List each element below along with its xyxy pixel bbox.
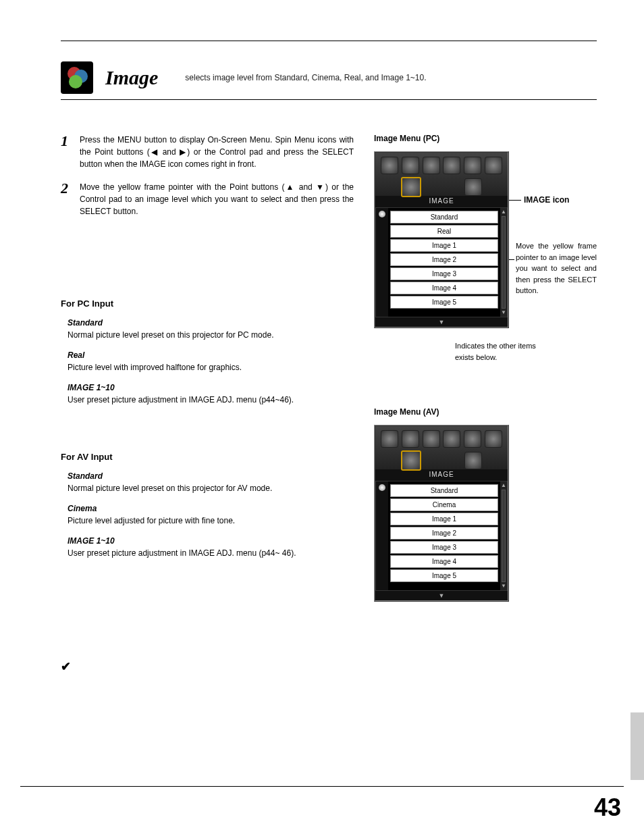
menu-pc-heading: Image Menu (PC) (374, 134, 597, 143)
osd-label: IMAGE (375, 469, 508, 481)
menu-icon (423, 157, 440, 174)
menu-icon (464, 157, 481, 174)
image-menu-icon[interactable] (401, 177, 421, 197)
menu-icon (381, 430, 398, 448)
osd-item-standard[interactable]: Standard (390, 211, 498, 224)
menu-icon (381, 157, 398, 174)
def-term-real: Real (68, 350, 354, 360)
osd-item-image1[interactable]: Image 1 (390, 239, 498, 252)
image-logo-icon (61, 61, 93, 94)
osd-menu-pc: IMAGE Standard Real Image 1 Image 2 Imag… (374, 151, 509, 328)
osd-item-image5[interactable]: Image 5 (390, 296, 498, 309)
osd-item-image2[interactable]: Image 2 (390, 527, 498, 540)
more-below-icon: ▼ (375, 317, 508, 327)
indicator-note: Indicates the other items exists below. (455, 340, 556, 363)
menu-av-heading: Image Menu (AV) (374, 407, 597, 417)
more-below-icon: ▼ (375, 591, 508, 600)
menu-icon (402, 430, 419, 448)
side-tab (630, 712, 644, 780)
osd-item-real[interactable]: Real (390, 225, 498, 238)
callout-image-icon: IMAGE icon (524, 195, 569, 205)
def-term-standard: Standard (68, 318, 354, 328)
callout-yellow-frame: Move the yellow frame pointer to an imag… (516, 240, 597, 296)
selection-dot-icon (379, 484, 385, 491)
menu-icon (464, 452, 482, 469)
def-body: Normal picture level preset on this proj… (68, 330, 354, 340)
osd-item-cinema[interactable]: Cinema (390, 498, 498, 511)
scroll-down-icon[interactable]: ▼ (501, 583, 506, 589)
osd-item-image3[interactable]: Image 3 (390, 541, 498, 554)
page-title: Image (105, 66, 158, 89)
osd-label: IMAGE (375, 196, 508, 207)
osd-item-image3[interactable]: Image 3 (390, 267, 498, 280)
step-text: Press the MENU button to display On-Scre… (80, 134, 354, 170)
menu-icon (402, 157, 419, 174)
def-body: User preset picture adjustment in IMAGE … (68, 395, 354, 405)
svg-point-2 (69, 75, 82, 88)
scroll-up-icon[interactable]: ▲ (501, 209, 506, 215)
page-subtitle: selects image level from Standard, Cinem… (185, 73, 426, 82)
menu-icon (443, 430, 460, 448)
image-menu-icon[interactable] (401, 450, 421, 471)
menu-icon (423, 430, 440, 448)
menu-icon (464, 178, 482, 196)
def-term-cinema: Cinema (68, 504, 354, 513)
step-number: 1 (61, 134, 80, 149)
osd-icon-row (375, 426, 508, 469)
step-text: Move the yellow frame pointer with the P… (80, 181, 354, 217)
menu-icon (464, 430, 481, 448)
step-1: 1 Press the MENU button to display On-Sc… (61, 134, 354, 170)
scrollbar[interactable]: ▲ ▼ (500, 208, 507, 317)
def-body: Normal picture level preset on this proj… (68, 484, 354, 493)
osd-icon-row (375, 153, 508, 196)
osd-item-image4[interactable]: Image 4 (390, 555, 498, 568)
scrollbar[interactable]: ▲ ▼ (500, 481, 507, 590)
def-term-image110: IMAGE 1~10 (68, 383, 354, 392)
page-number: 43 (594, 793, 621, 822)
def-term-image110: IMAGE 1~10 (68, 536, 354, 546)
osd-item-image4[interactable]: Image 4 (390, 282, 498, 294)
def-body: Picture level adjusted for picture with … (68, 516, 354, 525)
def-body: User preset picture adjustment in IMAGE … (68, 548, 354, 558)
step-number: 2 (61, 181, 80, 196)
menu-icon (485, 157, 502, 174)
av-input-heading: For AV Input (61, 452, 354, 462)
osd-item-image2[interactable]: Image 2 (390, 253, 498, 266)
osd-item-image1[interactable]: Image 1 (390, 513, 498, 525)
osd-item-standard[interactable]: Standard (390, 484, 498, 497)
scroll-up-icon[interactable]: ▲ (501, 483, 506, 488)
pc-input-heading: For PC Input (61, 298, 354, 309)
selection-dot-icon (379, 211, 385, 217)
step-2: 2 Move the yellow frame pointer with the… (61, 181, 354, 217)
scroll-down-icon[interactable]: ▼ (501, 310, 506, 315)
checkmark-icon: ✔ (61, 659, 354, 674)
osd-menu-av: IMAGE Standard Cinema Image 1 Image 2 Im… (374, 425, 509, 602)
menu-icon (485, 430, 502, 448)
def-term-standard: Standard (68, 471, 354, 481)
def-body: Picture level with improved halftone for… (68, 363, 354, 372)
menu-icon (443, 157, 460, 174)
osd-item-image5[interactable]: Image 5 (390, 569, 498, 582)
